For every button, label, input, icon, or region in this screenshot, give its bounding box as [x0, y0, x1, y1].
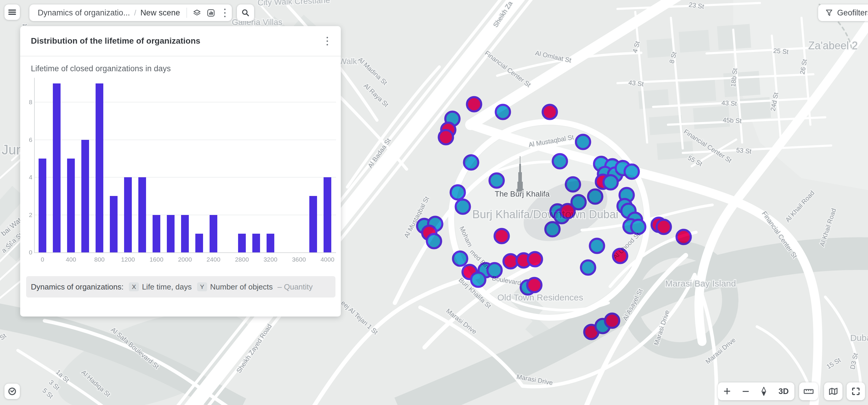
search-button[interactable]	[237, 4, 254, 21]
histogram-bar[interactable]	[167, 215, 175, 252]
data-point-blue[interactable]	[496, 105, 510, 119]
map-zoom-controls: + − 3D	[718, 382, 795, 400]
histogram-bar[interactable]	[124, 177, 132, 252]
map-label: 25 St	[773, 47, 789, 56]
fullscreen-button[interactable]	[847, 382, 865, 400]
chart-legend: Dynamics of organizations: X Life time, …	[26, 276, 336, 298]
breadcrumb-project[interactable]: Dynamics of organizatio...	[38, 8, 130, 18]
aggregate-label: – Quantity	[278, 282, 313, 291]
time-history-button[interactable]	[4, 384, 20, 399]
chart-subtitle: Lifetime of closed organizations in days	[31, 64, 341, 73]
histogram-bar[interactable]	[252, 234, 260, 252]
histogram-bar[interactable]	[195, 234, 203, 252]
hamburger-icon	[8, 9, 16, 16]
map-label: Za'abeel 2	[808, 39, 858, 52]
x-tick-label: 2400	[202, 256, 225, 263]
chart-panel-title: Distribution of the lifetime of organiza…	[31, 36, 200, 46]
data-point-blue[interactable]	[427, 234, 441, 248]
x-tick-label: 2000	[173, 256, 197, 263]
map-label: Marasi Bay Island	[665, 279, 736, 288]
map-label: 43 St	[721, 99, 737, 107]
data-point-red[interactable]	[495, 229, 509, 243]
histogram-bar[interactable]	[96, 84, 103, 252]
x-tick-label: 800	[88, 256, 111, 263]
map-label: The Burj Khalifa	[495, 189, 550, 198]
histogram-bar[interactable]	[210, 215, 217, 252]
histogram-bar[interactable]	[238, 234, 246, 252]
geofilters-button[interactable]: Geofilters	[818, 4, 868, 21]
breadcrumb-scene[interactable]: New scene	[141, 8, 180, 18]
basemap-button[interactable]	[824, 382, 842, 400]
histogram-bar[interactable]	[81, 140, 89, 252]
data-point-red[interactable]	[439, 130, 453, 144]
histogram-bar[interactable]	[181, 215, 189, 252]
histogram-bar[interactable]	[53, 84, 61, 252]
x-tick-label: 1600	[145, 256, 168, 263]
layers-button[interactable]	[190, 4, 204, 21]
histogram-bar[interactable]	[267, 234, 274, 252]
x-tick-label: 1200	[116, 256, 140, 263]
app-root: City Walk CrestlaneGalleria VillasWalkAl…	[0, 0, 868, 405]
legend-dataset-label: Dynamics of organizations:	[31, 282, 123, 291]
measure-button[interactable]	[799, 382, 818, 400]
data-point-blue[interactable]	[603, 175, 618, 189]
x-tick-label: 3600	[287, 256, 311, 263]
toolbar-divider	[186, 8, 187, 18]
data-point-red[interactable]	[527, 278, 541, 292]
data-point-blue[interactable]	[488, 263, 502, 277]
data-point-red[interactable]	[657, 220, 671, 234]
data-point-red[interactable]	[677, 230, 691, 244]
histogram-plot[interactable]: 0246804008001200160020002400280032003600…	[34, 78, 336, 253]
menu-button[interactable]	[4, 4, 20, 20]
map-label: 43 St	[628, 79, 644, 88]
y-tick-label: 4	[24, 174, 32, 181]
data-point-blue[interactable]	[451, 185, 465, 199]
map-icon	[829, 387, 838, 395]
data-point-red[interactable]	[560, 204, 575, 218]
data-point-blue[interactable]	[490, 174, 504, 188]
data-point-blue[interactable]	[566, 177, 580, 191]
data-point-blue[interactable]	[588, 189, 602, 204]
funnel-icon	[825, 9, 833, 17]
data-point-blue[interactable]	[456, 199, 470, 214]
data-point-red[interactable]	[613, 249, 627, 263]
data-point-blue[interactable]	[464, 155, 478, 169]
data-point-red[interactable]	[605, 314, 619, 328]
data-point-blue[interactable]	[590, 239, 604, 253]
mode-3d-button[interactable]: 3D	[778, 387, 789, 396]
data-point-red[interactable]	[467, 97, 481, 111]
data-point-blue[interactable]	[471, 273, 485, 287]
toolbar-more-button[interactable]	[218, 4, 232, 21]
data-point-blue[interactable]	[553, 154, 567, 168]
x-axis-badge: X	[129, 282, 139, 291]
clock-icon	[8, 387, 17, 396]
chart-panel-menu-button[interactable]	[320, 34, 334, 48]
histogram-bar[interactable]	[323, 177, 331, 252]
histogram-bar[interactable]	[309, 196, 317, 252]
data-point-red[interactable]	[542, 105, 557, 119]
breadcrumb-separator: /	[134, 8, 136, 18]
data-point-red[interactable]	[528, 252, 542, 266]
map-label: Walk	[339, 57, 357, 66]
compass-button[interactable]	[761, 386, 767, 396]
data-point-blue[interactable]	[576, 135, 590, 149]
bar-chart-icon	[207, 9, 215, 17]
gridline	[35, 139, 336, 140]
y-tick-label: 8	[24, 99, 32, 106]
data-point-blue[interactable]	[581, 260, 595, 275]
y-axis-badge: Y	[197, 282, 207, 291]
map-label: 45b St	[722, 116, 742, 124]
histogram-bar[interactable]	[110, 196, 118, 252]
widgets-button[interactable]	[204, 4, 218, 21]
histogram-bar[interactable]	[153, 215, 160, 252]
map-label: 53 St	[736, 146, 752, 155]
histogram-bar[interactable]	[39, 159, 46, 252]
chart-panel: Distribution of the lifetime of organiza…	[20, 26, 341, 316]
histogram-bar[interactable]	[67, 159, 75, 252]
data-point-blue[interactable]	[625, 164, 639, 179]
data-point-blue[interactable]	[453, 251, 467, 266]
kebab-icon	[224, 9, 226, 17]
data-point-blue[interactable]	[631, 220, 645, 234]
data-point-blue[interactable]	[545, 222, 560, 236]
histogram-bar[interactable]	[138, 177, 146, 252]
